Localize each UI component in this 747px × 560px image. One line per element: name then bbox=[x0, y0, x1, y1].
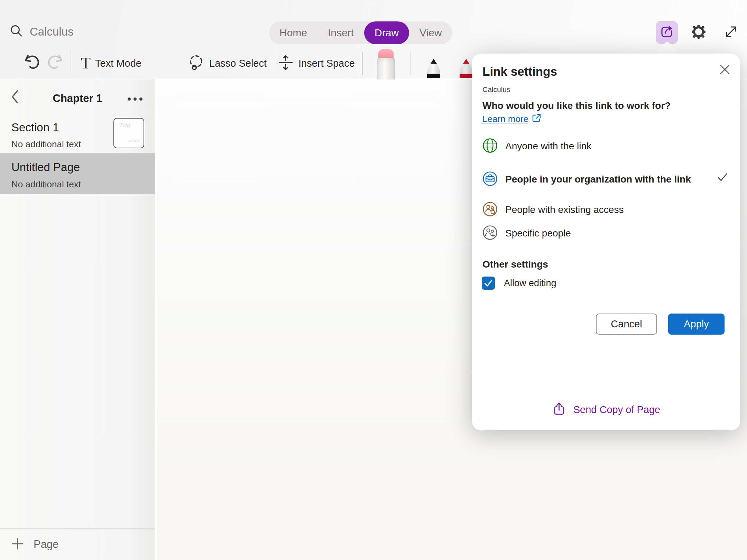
page-list-item[interactable]: Section 1 No additional text Trig cosec bbox=[0, 112, 155, 153]
insert-space-icon bbox=[277, 54, 294, 72]
other-settings-heading: Other settings bbox=[482, 259, 548, 270]
notebook-search[interactable]: Calculus bbox=[10, 24, 74, 39]
text-mode-button[interactable]: T Text Mode bbox=[81, 53, 141, 74]
dialog-question: Who would you like this link to work for… bbox=[482, 99, 676, 127]
add-page-button[interactable]: Page bbox=[0, 528, 155, 560]
tab-view[interactable]: View bbox=[409, 21, 452, 44]
option-anyone-with-link[interactable]: Anyone with the link bbox=[482, 136, 730, 157]
redo-button[interactable] bbox=[46, 53, 65, 74]
page-item-subtitle: No additional text bbox=[11, 179, 81, 190]
option-label: People with existing access bbox=[505, 204, 624, 215]
tab-insert[interactable]: Insert bbox=[317, 21, 364, 44]
cancel-button[interactable]: Cancel bbox=[596, 314, 657, 335]
undo-icon bbox=[22, 53, 42, 74]
dialog-title: Link settings bbox=[482, 65, 557, 78]
people-lock-icon bbox=[482, 202, 498, 218]
option-label: Specific people bbox=[505, 228, 571, 239]
black-pen-tool[interactable] bbox=[424, 57, 443, 81]
share-button[interactable] bbox=[656, 21, 678, 44]
tab-home[interactable]: Home bbox=[269, 21, 317, 44]
toolbar-divider bbox=[71, 52, 71, 75]
briefcase-icon bbox=[482, 171, 498, 188]
redo-icon bbox=[46, 53, 65, 74]
page-list-item-selected[interactable]: Untitled Page No additional text bbox=[0, 153, 155, 194]
option-label: Anyone with the link bbox=[505, 141, 591, 152]
black-pen-icon bbox=[424, 57, 443, 80]
lasso-select-label: Lasso Select bbox=[209, 58, 267, 69]
search-icon bbox=[10, 24, 24, 39]
toolbar-divider bbox=[362, 52, 363, 75]
text-mode-icon: T bbox=[81, 55, 91, 71]
insert-space-button[interactable]: Insert Space bbox=[277, 53, 355, 74]
gear-icon bbox=[691, 24, 706, 41]
link-settings-dialog: Link settings Calculus Who would you lik… bbox=[472, 54, 740, 430]
option-specific-people[interactable]: Specific people bbox=[482, 223, 730, 244]
expand-icon bbox=[724, 25, 738, 40]
lasso-select-button[interactable]: Lasso Select bbox=[187, 53, 267, 74]
page-sidebar: Chapter 1 Section 1 No additional text T… bbox=[0, 79, 155, 560]
lasso-select-icon bbox=[187, 54, 205, 73]
dialog-subtitle: Calculus bbox=[482, 85, 510, 94]
page-item-title: Section 1 bbox=[11, 121, 59, 134]
section-more-button[interactable] bbox=[124, 93, 146, 105]
send-copy-label: Send Copy of Page bbox=[573, 404, 661, 416]
allow-editing-checkbox[interactable] bbox=[482, 277, 495, 290]
allow-editing-label: Allow editing bbox=[504, 278, 556, 289]
external-link-icon bbox=[531, 113, 542, 127]
plus-icon bbox=[11, 538, 24, 551]
allow-editing-row: Allow editing bbox=[482, 275, 556, 291]
insert-space-label: Insert Space bbox=[298, 58, 355, 69]
tab-draw[interactable]: Draw bbox=[364, 21, 409, 44]
ribbon-tabs: Home Insert Draw View bbox=[269, 21, 452, 44]
undo-button[interactable] bbox=[22, 53, 42, 74]
send-copy-button[interactable]: Send Copy of Page bbox=[472, 399, 740, 420]
text-mode-label: Text Mode bbox=[95, 58, 141, 69]
option-label: People in your organization with the lin… bbox=[505, 171, 692, 188]
option-existing-access[interactable]: People with existing access bbox=[482, 199, 730, 220]
notebook-title: Calculus bbox=[30, 25, 74, 38]
app-window: Calculus Home Insert Draw View bbox=[0, 0, 747, 560]
page-item-title: Untitled Page bbox=[11, 161, 80, 174]
option-people-in-organization[interactable]: People in your organization with the lin… bbox=[482, 157, 730, 202]
apply-button[interactable]: Apply bbox=[668, 314, 725, 335]
learn-more-link[interactable]: Learn more bbox=[482, 114, 528, 124]
close-button[interactable] bbox=[717, 63, 732, 78]
page-item-subtitle: No additional text bbox=[11, 139, 81, 150]
page-thumbnail: Trig cosec bbox=[113, 118, 144, 148]
share-icon bbox=[659, 24, 674, 41]
send-copy-icon bbox=[552, 402, 566, 418]
globe-icon bbox=[482, 138, 498, 155]
ellipsis-icon bbox=[128, 97, 131, 101]
add-page-label: Page bbox=[34, 538, 58, 551]
toolbar-divider bbox=[410, 52, 411, 75]
settings-button[interactable] bbox=[688, 21, 710, 44]
person-add-icon bbox=[482, 225, 498, 242]
checkmark-icon bbox=[482, 277, 494, 289]
selected-check-icon bbox=[716, 170, 729, 185]
eraser-tool[interactable] bbox=[377, 49, 395, 80]
fullscreen-button[interactable] bbox=[720, 21, 742, 44]
close-icon bbox=[719, 64, 730, 76]
